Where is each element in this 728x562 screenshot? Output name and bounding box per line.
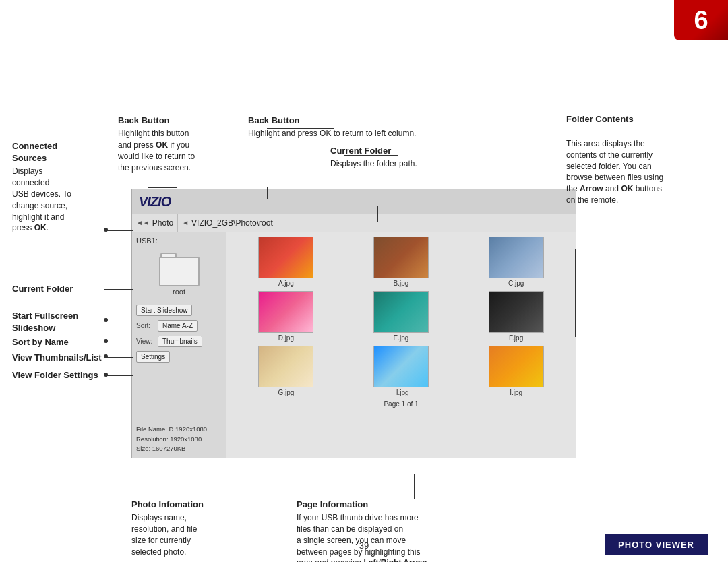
line-photo-info-v	[193, 458, 193, 499]
line-back-right-h	[267, 128, 334, 129]
callout-connected-sources-body: DisplaysconnectedUSB devices. Tochange s…	[12, 166, 71, 232]
callout-folder-contents: Folder Contents This area displays theco…	[566, 113, 708, 206]
callout-view-thumbnails: View Thumbnails/List	[12, 352, 120, 365]
page-info[interactable]: Page 1 of 1	[231, 400, 572, 408]
thumb-item-D.jpg[interactable]: D.jpg	[231, 291, 342, 342]
thumb-item-H.jpg[interactable]: H.jpg	[346, 346, 457, 396]
line-sort	[104, 342, 133, 342]
thumb-item-G.jpg[interactable]: G.jpg	[231, 346, 342, 396]
thumb-label-I.jpg: I.jpg	[510, 389, 522, 396]
line-current-folder-left	[104, 289, 133, 290]
thumb-label-F.jpg: F.jpg	[509, 334, 523, 342]
thumbnails-grid: A.jpgB.jpgC.jpgD.jpgE.jpgF.jpgG.jpgH.jpg…	[231, 237, 572, 396]
dot-start-slideshow	[104, 318, 108, 322]
nav-left-label: Photo	[152, 218, 173, 228]
callout-page-information-title: Page Information	[297, 499, 499, 511]
view-button[interactable]: Thumbnails	[158, 336, 202, 347]
callout-back-button-left: Back Button Highlight this buttonand pre…	[118, 115, 226, 173]
callout-folder-contents-title: Folder Contents	[566, 113, 708, 125]
callout-connected-sources-title: ConnectedSources	[12, 140, 107, 164]
callout-connected-sources: ConnectedSources DisplaysconnectedUSB de…	[12, 140, 107, 234]
bottom-bar: 39 PHOTO VIEWER	[0, 528, 728, 562]
callout-start-fullscreen-title: Start FullscreenSlideshow	[12, 310, 107, 334]
line-page-info-v	[414, 474, 415, 499]
callout-folder-contents-body: This area displays thecontents of the cu…	[566, 139, 663, 205]
photo-viewer-badge: PHOTO VIEWER	[605, 534, 708, 555]
thumb-item-C.jpg[interactable]: C.jpg	[460, 237, 572, 287]
settings-row: Settings	[136, 351, 222, 363]
callout-start-fullscreen: Start FullscreenSlideshow	[12, 310, 107, 336]
line-start-slideshow	[104, 321, 133, 321]
dot-view	[104, 354, 108, 358]
file-info-line2: Resolution: 1920x1080	[136, 435, 222, 444]
thumb-img-D.jpg	[258, 291, 313, 333]
dot-sort	[104, 339, 108, 343]
slideshow-button[interactable]: Start Slideshow	[136, 305, 192, 316]
dot-settings	[104, 373, 108, 377]
thumb-img-H.jpg	[373, 346, 429, 387]
view-row: View: Thumbnails	[136, 336, 222, 347]
thumb-img-C.jpg	[489, 237, 544, 278]
line-back-left-h	[148, 187, 177, 188]
slideshow-row: Start Slideshow	[136, 305, 222, 316]
line-back-left-v	[177, 187, 177, 199]
thumb-label-C.jpg: C.jpg	[508, 280, 524, 287]
left-pane: USB1: root Start Slideshow Sort: Name A-…	[132, 232, 226, 458]
folder-icon-container[interactable]: root	[136, 253, 222, 296]
line-folder-contents-v	[575, 249, 576, 337]
nav-right-label: VIZIO_2GB\Photo\root	[191, 218, 273, 228]
thumb-item-B.jpg[interactable]: B.jpg	[346, 237, 457, 287]
main-content: VIZIO ◄◄ Photo ◄ VIZIO_2GB\Photo\root US…	[0, 40, 728, 562]
callout-back-button-right: Back Button Highlight and press OK to re…	[248, 115, 437, 139]
thumb-img-E.jpg	[373, 291, 429, 333]
vizio-logo: VIZIO	[139, 194, 171, 210]
callout-back-button-left-body: Highlight this buttonand press OK if you…	[118, 129, 195, 172]
dot-connected-sources	[104, 228, 108, 232]
thumb-label-B.jpg: B.jpg	[394, 280, 409, 287]
page-number: 6	[694, 6, 708, 35]
content-area: USB1: root Start Slideshow Sort: Name A-…	[132, 232, 576, 458]
line-settings	[104, 375, 133, 376]
line-view	[104, 357, 133, 358]
vizio-header: VIZIO	[132, 189, 576, 214]
line-back-right-v	[267, 187, 268, 199]
thumb-item-I.jpg[interactable]: I.jpg	[460, 346, 572, 396]
callout-sort-by-name: Sort by Name	[12, 336, 107, 350]
line-current-folder-right-v	[377, 206, 378, 222]
nav-left-arrow: ◄◄	[136, 219, 150, 226]
sort-row: Sort: Name A-Z	[136, 320, 222, 332]
thumb-img-F.jpg	[489, 291, 544, 333]
thumb-label-A.jpg: A.jpg	[278, 280, 294, 287]
file-info: File Name: D 1920x1080 Resolution: 1920x…	[136, 425, 222, 454]
callout-photo-information-title: Photo Infomation	[131, 499, 260, 511]
page-number-badge: 6	[674, 0, 728, 40]
usb-label: USB1:	[136, 237, 222, 245]
file-info-line1: File Name: D 1920x1080	[136, 425, 222, 434]
view-label: View:	[136, 338, 158, 345]
thumb-img-G.jpg	[258, 346, 313, 387]
callout-current-folder-right-body: Displays the folder path.	[330, 159, 417, 168]
thumb-item-A.jpg[interactable]: A.jpg	[231, 237, 342, 287]
right-pane: A.jpgB.jpgC.jpgD.jpgE.jpgF.jpgG.jpgH.jpg…	[226, 232, 576, 458]
callout-current-folder-left-title: Current Folder	[12, 283, 100, 295]
thumb-img-I.jpg	[489, 346, 544, 387]
settings-button[interactable]: Settings	[136, 351, 170, 363]
callout-current-folder-right: Current Folder Displays the folder path.	[330, 145, 465, 170]
sort-button[interactable]: Name A-Z	[158, 320, 198, 332]
nav-right-arrow: ◄	[182, 219, 189, 226]
folder-label: root	[173, 288, 185, 296]
thumb-item-F.jpg[interactable]: F.jpg	[460, 291, 572, 342]
nav-bar: ◄◄ Photo ◄ VIZIO_2GB\Photo\root	[132, 214, 576, 232]
sort-label: Sort:	[136, 322, 158, 330]
thumb-img-B.jpg	[373, 237, 429, 278]
nav-left[interactable]: ◄◄ Photo	[132, 214, 178, 232]
page-number-bottom: 39	[359, 540, 369, 551]
callout-back-button-right-body: Highlight and press OK to return to left…	[248, 129, 416, 138]
file-info-line3: Size: 1607270KB	[136, 444, 222, 454]
thumb-item-E.jpg[interactable]: E.jpg	[346, 291, 457, 342]
folder-icon	[159, 253, 200, 286]
callout-current-folder-left: Current Folder	[12, 283, 100, 296]
thumb-label-E.jpg: E.jpg	[394, 334, 409, 342]
callout-back-button-right-title: Back Button	[248, 115, 437, 127]
ui-screenshot-box: VIZIO ◄◄ Photo ◄ VIZIO_2GB\Photo\root US…	[131, 189, 576, 458]
